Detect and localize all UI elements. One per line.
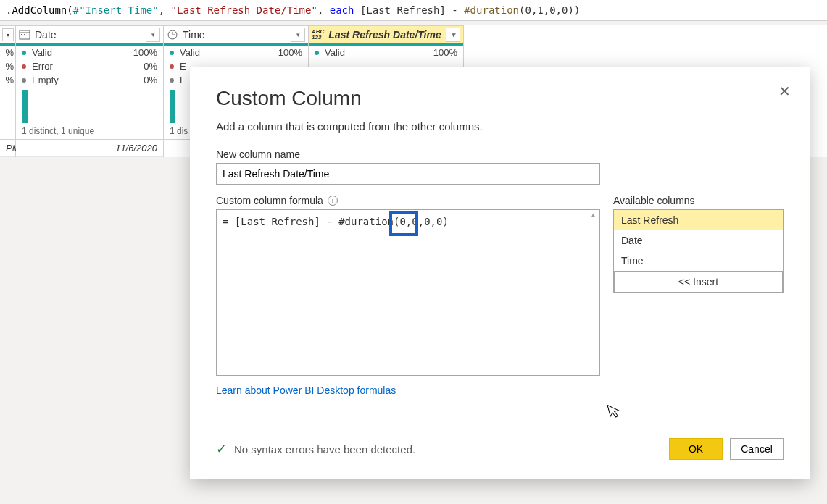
avail-item-date[interactable]: Date <box>614 230 783 251</box>
valid-label: Valid <box>325 47 345 58</box>
dialog-desc: Add a column that is computed from the o… <box>216 120 784 133</box>
valid-label: Valid <box>32 47 52 58</box>
error-dot <box>22 64 26 69</box>
insert-button[interactable]: << Insert <box>614 271 783 293</box>
fb-kw: each <box>330 4 354 16</box>
valid-dot <box>22 51 26 55</box>
formula-label: Custom column formula i <box>216 195 600 206</box>
syntax-status: ✓ No syntax errors have been detected. <box>216 441 415 457</box>
e2: E <box>180 75 186 85</box>
check-icon: ✓ <box>216 441 227 457</box>
col-refresh-label: Last Refresh Date/Time <box>328 29 441 41</box>
fb-sep: , <box>159 4 171 16</box>
error-label: Error <box>32 61 53 72</box>
chevron-down-icon[interactable] <box>146 28 160 42</box>
empty-pct: 0% <box>144 75 157 85</box>
valid-label: Valid <box>180 47 200 58</box>
pct0: % <box>5 47 14 58</box>
info-icon[interactable]: i <box>328 196 338 206</box>
formula-input[interactable]: = [Last Refresh] - #duration(0,0,0,0) <box>216 209 600 376</box>
dist-bar <box>170 90 175 123</box>
dist-bar <box>22 90 28 123</box>
avail-item-last-refresh[interactable]: Last Refresh <box>614 210 783 230</box>
avail-item-time[interactable]: Time <box>614 251 783 271</box>
clock-icon <box>167 29 178 41</box>
error-pct: 0% <box>144 61 157 72</box>
valid-pct: 100% <box>278 47 302 58</box>
col-time-label: Time <box>183 29 205 41</box>
fb-hash: #duration <box>464 4 519 16</box>
dialog-title: Custom Column <box>216 87 784 110</box>
svg-rect-3 <box>24 34 25 35</box>
custom-column-dialog: ✕ Custom Column Add a column that is com… <box>190 67 810 479</box>
chevron-down-icon[interactable] <box>446 28 460 42</box>
chevron-down-icon[interactable] <box>2 28 14 41</box>
ok-button[interactable]: OK <box>669 438 723 460</box>
fb-arg2: "Last Refresh Date/Time" <box>171 4 317 16</box>
valid-dot <box>315 51 319 55</box>
valid-pct: 100% <box>433 47 457 58</box>
column-name-input[interactable] <box>216 163 600 185</box>
svg-rect-2 <box>21 34 22 35</box>
avail-label: Available columns <box>613 195 784 206</box>
fb-arg1: #"Insert Time" <box>73 4 159 16</box>
empty-dot <box>170 78 174 83</box>
col-date-header[interactable]: Date <box>16 25 163 46</box>
column-date: Date Valid100% Error0% Empty0% 1 distinc… <box>16 25 164 157</box>
col-refresh-header[interactable]: ABC 123 Last Refresh Date/Time <box>309 25 463 46</box>
pct2: % <box>5 75 14 85</box>
col0-header[interactable] <box>0 25 15 46</box>
fb-func: .AddColumn( <box>6 4 73 16</box>
available-columns-list: Last Refresh Date Time << Insert <box>613 209 784 293</box>
chevron-down-icon[interactable] <box>291 28 305 42</box>
error-dot <box>170 64 174 69</box>
formula-bar[interactable]: .AddColumn(#"Insert Time", "Last Refresh… <box>0 0 827 21</box>
calendar-icon <box>19 29 30 41</box>
fb-nums: (0,1,0,0)) <box>519 4 580 16</box>
valid-dot <box>170 51 174 55</box>
e1: E <box>180 61 186 72</box>
formula-text: = [Last Refresh] - #duration(0,0,0,0) <box>223 216 449 227</box>
valid-pct: 100% <box>133 47 157 58</box>
fb-sep2: , <box>317 4 330 16</box>
row-pm: PM <box>0 140 15 157</box>
col-date-label: Date <box>35 29 57 41</box>
any-type-icon: ABC 123 <box>312 29 324 41</box>
syntax-msg: No syntax errors have been detected. <box>234 443 415 455</box>
col-time-header[interactable]: Time <box>164 25 308 46</box>
empty-label: Empty <box>32 75 59 85</box>
close-icon[interactable]: ✕ <box>778 83 791 100</box>
123: 123 <box>312 35 321 41</box>
fb-bracket: [Last Refresh] - <box>354 4 464 16</box>
row-gutter: % % % PM <box>0 25 16 157</box>
scrollbar-up-icon[interactable] <box>589 210 599 222</box>
empty-dot <box>22 78 26 83</box>
formula-label-text: Custom column formula <box>216 195 323 206</box>
col-date-footer: 1 distinct, 1 unique <box>16 123 163 140</box>
learn-link[interactable]: Learn about Power BI Desktop formulas <box>216 385 600 396</box>
col-date-data[interactable]: 11/6/2020 <box>16 140 163 157</box>
pct1: % <box>5 61 14 72</box>
name-label: New column name <box>216 148 784 160</box>
cancel-button[interactable]: Cancel <box>730 438 784 460</box>
